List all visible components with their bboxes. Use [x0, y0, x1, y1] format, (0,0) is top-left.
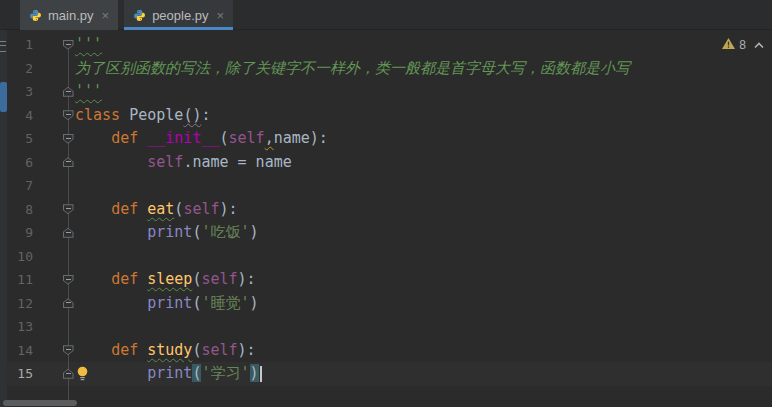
code-token: ):: [220, 200, 238, 218]
code-token: print: [147, 364, 192, 382]
tab-people-py[interactable]: people.py ×: [124, 0, 233, 30]
code-line[interactable]: 1''': [7, 33, 772, 57]
code-line[interactable]: 7: [7, 174, 772, 198]
fold-marker-icon[interactable]: [63, 87, 74, 97]
panel-scrollbar-thumb[interactable]: [0, 82, 7, 112]
line-number[interactable]: 1: [7, 37, 33, 52]
code-token: self: [229, 129, 265, 147]
code-text: def sleep(self):: [75, 268, 256, 292]
code-line[interactable]: 10: [7, 245, 772, 269]
code-line[interactable]: 4class People():: [7, 104, 772, 128]
code-token: '吃饭': [201, 223, 249, 241]
code-token: [75, 341, 111, 359]
tab-label: people.py: [152, 8, 208, 23]
code-text: 为了区别函数的写法，除了关键字不一样外，类一般都是首字母大写，函数都是小写: [75, 57, 630, 81]
code-text: def study(self):: [75, 339, 256, 363]
line-number[interactable]: 15: [7, 366, 33, 381]
code-token: __init__: [147, 129, 219, 147]
code-token: self: [201, 341, 237, 359]
line-number[interactable]: 8: [7, 202, 33, 217]
code-token: .name = name: [183, 153, 291, 171]
fold-marker-icon[interactable]: [63, 204, 74, 214]
code-token: print: [147, 223, 192, 241]
code-token: (): [183, 106, 201, 124]
line-number[interactable]: 2: [7, 61, 33, 76]
code-token: '学习': [201, 364, 249, 382]
line-number[interactable]: 6: [7, 155, 33, 170]
structure-lines-icon: [0, 41, 6, 52]
fold-marker-icon[interactable]: [63, 275, 74, 285]
close-icon[interactable]: ×: [102, 9, 110, 22]
code-token: :: [201, 106, 210, 124]
code-token: [75, 294, 147, 312]
code-token: name: [274, 129, 310, 147]
code-token: [75, 153, 147, 171]
python-file-icon: [133, 9, 146, 22]
code-token: class: [75, 106, 129, 124]
line-number[interactable]: 12: [7, 296, 33, 311]
code-token: self: [147, 153, 183, 171]
tab-label: main.py: [48, 8, 94, 23]
fold-marker-icon[interactable]: [63, 345, 74, 355]
code-token: [75, 270, 111, 288]
ide-window: main.py × people.py × 8: [0, 0, 772, 407]
code-token: ):: [238, 270, 256, 288]
code-editor[interactable]: 1'''2为了区别函数的写法，除了关键字不一样外，类一般都是首字母大写，函数都是…: [7, 33, 772, 407]
line-number[interactable]: 4: [7, 108, 33, 123]
code-token: def: [111, 129, 147, 147]
code-text: class People():: [75, 104, 210, 128]
code-token: '睡觉': [201, 294, 249, 312]
code-text: print('睡觉'): [75, 292, 259, 316]
line-number[interactable]: 11: [7, 272, 33, 287]
code-line[interactable]: 9 print('吃饭'): [7, 221, 772, 245]
fold-marker-icon[interactable]: [63, 369, 74, 379]
code-token: ''': [75, 35, 102, 53]
code-line[interactable]: 8 def eat(self):: [7, 198, 772, 222]
code-token: ''': [75, 82, 102, 100]
editor-tab-bar: main.py × people.py ×: [0, 0, 772, 30]
code-token: print: [147, 294, 192, 312]
code-text: print('吃饭'): [75, 221, 259, 245]
code-line[interactable]: 13: [7, 315, 772, 339]
code-text: ''': [75, 80, 102, 104]
fold-marker-icon[interactable]: [63, 40, 74, 50]
code-token: ):: [310, 129, 328, 147]
code-text: ''': [75, 33, 102, 57]
code-token: ,: [265, 129, 274, 147]
code-text: print('学习'): [75, 362, 262, 386]
code-token: sleep: [147, 270, 192, 288]
code-line[interactable]: 12 print('睡觉'): [7, 292, 772, 316]
fold-marker-icon[interactable]: [63, 228, 74, 238]
code-text: self.name = name: [75, 151, 292, 175]
code-token: People: [129, 106, 183, 124]
code-line[interactable]: 5 def __init__(self,name):: [7, 127, 772, 151]
line-number[interactable]: 10: [7, 249, 33, 264]
fold-marker-icon[interactable]: [63, 298, 74, 308]
line-number[interactable]: 7: [7, 178, 33, 193]
line-number[interactable]: 14: [7, 343, 33, 358]
code-line[interactable]: 6 self.name = name: [7, 151, 772, 175]
code-token: [75, 223, 147, 241]
code-token: eat: [147, 200, 174, 218]
code-token: def: [111, 270, 147, 288]
code-line[interactable]: 14 def study(self):: [7, 339, 772, 363]
horizontal-scrollbar-thumb[interactable]: [3, 400, 77, 406]
code-token: ): [250, 364, 259, 382]
line-number[interactable]: 5: [7, 131, 33, 146]
line-number[interactable]: 13: [7, 319, 33, 334]
line-number[interactable]: 9: [7, 225, 33, 240]
close-icon[interactable]: ×: [217, 9, 225, 22]
fold-marker-icon[interactable]: [63, 157, 74, 167]
code-token: (: [220, 129, 229, 147]
code-line[interactable]: 11 def sleep(self):: [7, 268, 772, 292]
code-token: ): [250, 294, 259, 312]
code-line[interactable]: 2为了区别函数的写法，除了关键字不一样外，类一般都是首字母大写，函数都是小写: [7, 57, 772, 81]
line-number[interactable]: 3: [7, 84, 33, 99]
fold-marker-icon[interactable]: [63, 110, 74, 120]
fold-marker-icon[interactable]: [63, 134, 74, 144]
code-line[interactable]: 15 print('学习'): [7, 362, 772, 386]
tab-main-py[interactable]: main.py ×: [20, 0, 118, 30]
intention-bulb-icon[interactable]: [76, 366, 89, 381]
code-line[interactable]: 3''': [7, 80, 772, 104]
code-token: self: [201, 270, 237, 288]
